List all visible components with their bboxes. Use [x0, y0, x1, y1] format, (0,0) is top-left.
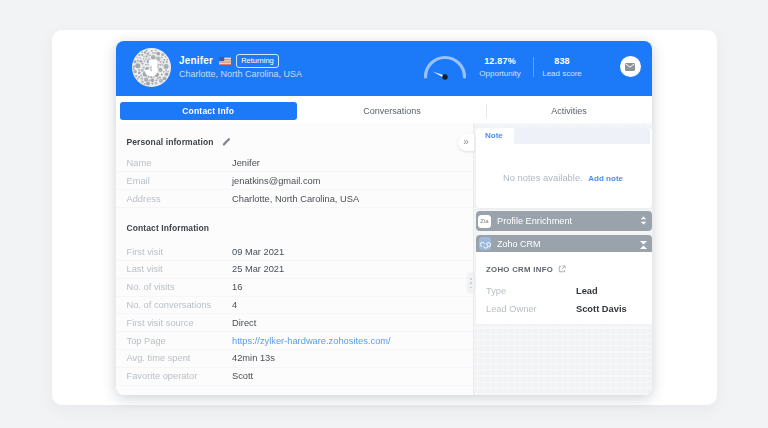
svg-text:J: J: [145, 56, 157, 79]
